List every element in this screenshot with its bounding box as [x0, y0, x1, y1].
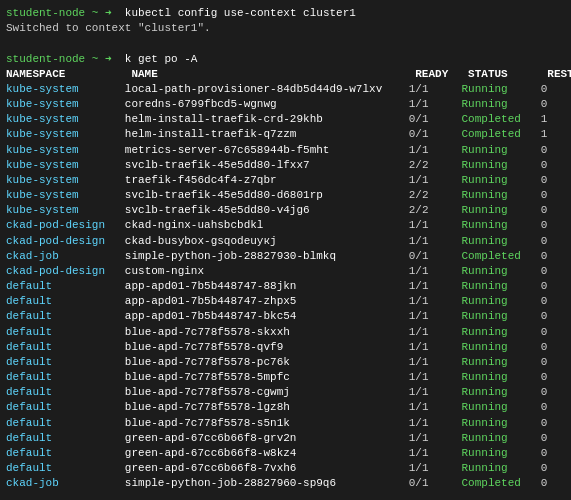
- restarts: 0: [541, 401, 571, 413]
- terminal-line: kube-system traefik-f456dc4f4-z7qbr 1/1 …: [6, 173, 565, 188]
- terminal-line: default app-apd01-7b5b448747-88jkn 1/1 R…: [6, 279, 565, 294]
- prompt-sep: [85, 7, 92, 19]
- ready: 1/1: [409, 447, 462, 459]
- terminal-line: kube-system helm-install-traefik-q7zzm 0…: [6, 127, 565, 142]
- namespace: kube-system: [6, 128, 125, 140]
- status: Running: [462, 219, 541, 231]
- terminal-line: kube-system local-path-provisioner-84db5…: [6, 82, 565, 97]
- restarts: 0: [541, 356, 571, 368]
- namespace: ckad-job: [6, 477, 125, 489]
- namespace: default: [6, 310, 125, 322]
- namespace: kube-system: [6, 204, 125, 216]
- prompt-arrow: ~ ➜: [92, 7, 112, 19]
- ready: 1/1: [409, 462, 462, 474]
- terminal-line: kube-system svclb-traefik-45e5dd80-lfxx7…: [6, 158, 565, 173]
- status: Running: [462, 280, 541, 292]
- terminal-line: ckad-pod-design ckad-nginx-uahsbcbdkl 1/…: [6, 218, 565, 233]
- ready: 1/1: [409, 280, 462, 292]
- status: Running: [462, 144, 541, 156]
- status: Completed: [462, 477, 541, 489]
- namespace: default: [6, 341, 125, 353]
- terminal-line: default green-apd-67cc6b66f8-w8kz4 1/1 R…: [6, 446, 565, 461]
- pod-name: blue-apd-7c778f5578-cgwmj: [125, 386, 409, 398]
- restarts: 0: [541, 235, 571, 247]
- pod-name: svclb-traefik-45e5dd80-v4jg6: [125, 204, 409, 216]
- ready: 1/1: [409, 219, 462, 231]
- namespace: ckad-pod-design: [6, 219, 125, 231]
- status: Running: [462, 386, 541, 398]
- status: Running: [462, 83, 541, 95]
- status: Running: [462, 189, 541, 201]
- status: Running: [462, 447, 541, 459]
- namespace: default: [6, 447, 125, 459]
- ready: 2/2: [409, 189, 462, 201]
- terminal-line: ckad-pod-design custom-nginx 1/1 Running…: [6, 264, 565, 279]
- status: Running: [462, 401, 541, 413]
- terminal-line: kube-system helm-install-traefik-crd-29k…: [6, 112, 565, 127]
- namespace: default: [6, 356, 125, 368]
- command: k get po -A: [112, 53, 198, 65]
- status: Completed: [462, 128, 541, 140]
- status: Running: [462, 98, 541, 110]
- terminal-line: ckad-job simple-python-job-28827930-blmk…: [6, 249, 565, 264]
- restarts: 0: [541, 341, 571, 353]
- status: Running: [462, 159, 541, 171]
- terminal-line: default blue-apd-7c778f5578-pc76k 1/1 Ru…: [6, 355, 565, 370]
- namespace: default: [6, 295, 125, 307]
- pod-name: blue-apd-7c778f5578-s5n1k: [125, 417, 409, 429]
- terminal-line: kube-system svclb-traefik-45e5dd80-d6801…: [6, 188, 565, 203]
- ready: 1/1: [409, 356, 462, 368]
- table-header: NAMESPACE NAME READY STATUS RESTARTS AGE: [6, 68, 571, 80]
- namespace: ckad-pod-design: [6, 265, 125, 277]
- namespace: kube-system: [6, 144, 125, 156]
- terminal-line: ckad-pod-design ckad-busybox-gsqodeuyкj …: [6, 234, 565, 249]
- restarts: 0: [541, 174, 571, 186]
- restarts: 0: [541, 189, 571, 201]
- status: Running: [462, 204, 541, 216]
- restarts: 0: [541, 462, 571, 474]
- pod-name: custom-nginx: [125, 265, 409, 277]
- pod-name: simple-python-job-28827960-sp9q6: [125, 477, 409, 489]
- terminal: student-node ~ ➜ kubectl config use-cont…: [0, 0, 571, 500]
- prompt-user: student-node: [6, 7, 85, 19]
- namespace: default: [6, 432, 125, 444]
- pod-name: svclb-traefik-45e5dd80-d6801rp: [125, 189, 409, 201]
- terminal-line: default blue-apd-7c778f5578-lgz8h 1/1 Ru…: [6, 400, 565, 415]
- namespace: ckad-pod-design: [6, 235, 125, 247]
- namespace: kube-system: [6, 83, 125, 95]
- pod-name: ckad-busybox-gsqodeuyкj: [125, 235, 409, 247]
- pod-name: blue-apd-7c778f5578-skxxh: [125, 326, 409, 338]
- ready: 0/1: [409, 128, 462, 140]
- restarts: 1: [541, 113, 571, 125]
- status: Running: [462, 462, 541, 474]
- terminal-line: kube-system svclb-traefik-45e5dd80-v4jg6…: [6, 203, 565, 218]
- terminal-line: student-node ~ ➜ k get po -A: [6, 52, 565, 67]
- pod-name: ckad-nginx-uahsbcbdkl: [125, 219, 409, 231]
- namespace: default: [6, 417, 125, 429]
- pod-name: helm-install-traefik-q7zzm: [125, 128, 409, 140]
- restarts: 1: [541, 128, 571, 140]
- pod-name: app-apd01-7b5b448747-88jkn: [125, 280, 409, 292]
- restarts: 0: [541, 432, 571, 444]
- namespace: default: [6, 462, 125, 474]
- restarts: 0: [541, 417, 571, 429]
- terminal-line: ckad-job simple-python-job-28827960-sp9q…: [6, 476, 565, 491]
- ready: 1/1: [409, 265, 462, 277]
- pod-name: blue-apd-7c778f5578-pc76k: [125, 356, 409, 368]
- ready: 1/1: [409, 310, 462, 322]
- restarts: 0: [541, 83, 571, 95]
- ready: 1/1: [409, 432, 462, 444]
- status: Running: [462, 265, 541, 277]
- prompt-sep: [85, 53, 92, 65]
- pod-name: green-apd-67cc6b66f8-w8kz4: [125, 447, 409, 459]
- restarts: 0: [541, 371, 571, 383]
- ready: 1/1: [409, 83, 462, 95]
- terminal-line: default green-apd-67cc6b66f8-grv2n 1/1 R…: [6, 431, 565, 446]
- terminal-line: student-node ~ ➜ kubectl config use-cont…: [6, 6, 565, 21]
- terminal-line: default blue-apd-7c778f5578-cgwmj 1/1 Ru…: [6, 385, 565, 400]
- terminal-line: NAMESPACE NAME READY STATUS RESTARTS AGE: [6, 67, 565, 82]
- namespace: default: [6, 280, 125, 292]
- terminal-line: kube-system coredns-6799fbcd5-wgnwg 1/1 …: [6, 97, 565, 112]
- terminal-line: default blue-apd-7c778f5578-s5n1k 1/1 Ru…: [6, 416, 565, 431]
- ready: 1/1: [409, 144, 462, 156]
